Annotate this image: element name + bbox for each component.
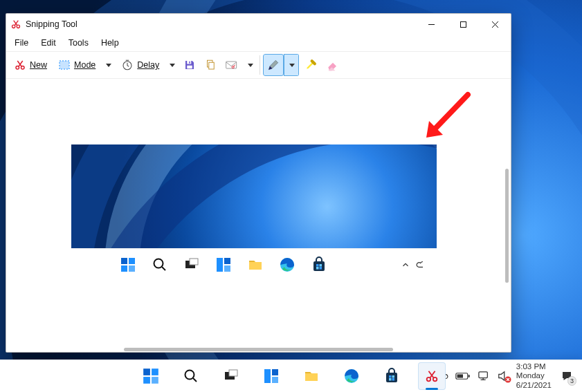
menu-help[interactable]: Help — [96, 36, 125, 50]
menu-tools[interactable]: Tools — [63, 36, 94, 50]
pen-split-button[interactable] — [263, 54, 299, 76]
svg-rect-15 — [121, 258, 127, 264]
svg-rect-50 — [457, 374, 462, 377]
chevron-up-icon — [401, 260, 410, 270]
widgets-button[interactable] — [257, 362, 285, 390]
svg-rect-27 — [316, 264, 319, 267]
edge-button[interactable] — [338, 362, 365, 390]
horizontal-scrollbar[interactable] — [124, 348, 393, 351]
svg-rect-9 — [188, 66, 193, 69]
svg-rect-12 — [209, 62, 215, 69]
file-explorer-button[interactable] — [298, 362, 325, 390]
start-button[interactable] — [137, 362, 165, 390]
svg-rect-32 — [152, 368, 158, 375]
window-title: Snipping Tool — [26, 19, 78, 29]
svg-rect-38 — [264, 369, 271, 383]
battery-tray-icon[interactable] — [455, 371, 471, 381]
svg-rect-52 — [479, 372, 487, 378]
snipping-tool-taskbar-button[interactable] — [418, 362, 446, 390]
notification-badge: 3 — [567, 376, 576, 386]
svg-rect-44 — [392, 375, 394, 378]
envelope-icon — [225, 59, 239, 71]
svg-rect-21 — [190, 259, 198, 265]
svg-rect-28 — [320, 264, 322, 267]
network-tray-icon[interactable] — [478, 371, 490, 382]
svg-rect-31 — [143, 368, 150, 375]
menubar: File Edit Tools Help — [6, 35, 511, 51]
pen-icon — [266, 58, 280, 72]
close-button[interactable] — [479, 14, 511, 35]
delay-button[interactable]: Delay — [116, 54, 164, 76]
toolbar-separator — [260, 55, 260, 75]
svg-rect-42 — [386, 373, 397, 382]
captured-snip — [71, 144, 437, 281]
pen-dropdown[interactable] — [284, 54, 299, 76]
save-button[interactable] — [180, 54, 199, 76]
volume-tray-icon[interactable] — [497, 371, 509, 382]
host-taskbar[interactable]: 3:03 PM Monday 6/21/2021 3 — [0, 360, 582, 392]
start-icon — [120, 256, 136, 273]
svg-point-35 — [185, 371, 194, 380]
delay-dropdown[interactable] — [164, 54, 179, 76]
svg-rect-5 — [60, 61, 69, 69]
clock-date: 6/21/2021 — [516, 381, 552, 390]
taskview-icon — [183, 256, 200, 273]
chevron-down-icon — [248, 64, 253, 67]
clock-time: 3:03 PM — [516, 362, 552, 371]
store-icon — [311, 256, 327, 273]
mode-dropdown[interactable] — [100, 54, 115, 76]
svg-rect-26 — [313, 261, 325, 271]
chevron-down-icon — [106, 64, 111, 67]
vertical-scrollbar[interactable] — [505, 169, 509, 283]
svg-rect-43 — [389, 375, 392, 378]
eraser-button[interactable] — [322, 54, 343, 76]
snip-canvas[interactable] — [6, 79, 511, 352]
minimize-button[interactable] — [415, 14, 447, 35]
widgets-icon — [215, 256, 232, 273]
maximize-button[interactable] — [447, 14, 479, 35]
window-controls — [415, 14, 511, 35]
menu-edit[interactable]: Edit — [35, 36, 62, 50]
titlebar[interactable]: Snipping Tool — [6, 14, 511, 35]
store-button[interactable] — [378, 362, 406, 390]
menu-edit-label: Edit — [41, 38, 56, 48]
snip-inner-taskbar — [71, 248, 437, 281]
chevron-down-icon — [170, 64, 175, 67]
search-button[interactable] — [177, 362, 205, 390]
pen-button[interactable] — [263, 54, 284, 76]
mode-split-button[interactable]: Mode — [53, 54, 115, 76]
delay-split-button[interactable]: Delay — [116, 54, 179, 76]
menu-file[interactable]: File — [9, 36, 34, 50]
file-explorer-icon — [247, 256, 264, 273]
new-label: New — [30, 60, 47, 70]
send-split-button[interactable] — [221, 54, 257, 76]
taskbar-center — [137, 362, 446, 390]
svg-rect-17 — [121, 265, 127, 272]
scissors-icon — [14, 59, 26, 71]
snip-wallpaper — [71, 144, 437, 248]
svg-rect-16 — [129, 258, 135, 264]
highlighter-button[interactable] — [300, 54, 321, 76]
taskview-button[interactable] — [217, 362, 245, 390]
copy-icon — [204, 59, 217, 71]
svg-rect-29 — [316, 267, 319, 270]
delay-label: Delay — [137, 60, 159, 70]
mode-button[interactable]: Mode — [53, 54, 100, 76]
svg-rect-10 — [190, 62, 191, 64]
svg-rect-33 — [143, 377, 150, 384]
copy-button[interactable] — [201, 54, 220, 76]
send-dropdown[interactable] — [242, 54, 257, 76]
svg-point-19 — [154, 259, 163, 268]
svg-rect-30 — [320, 267, 322, 270]
new-snip-button[interactable]: New — [9, 54, 52, 76]
onedrive-icon — [416, 260, 423, 270]
taskbar-clock[interactable]: 3:03 PM Monday 6/21/2021 — [516, 362, 552, 390]
svg-rect-39 — [272, 369, 278, 375]
svg-rect-18 — [129, 265, 135, 272]
svg-rect-23 — [224, 258, 230, 264]
send-button[interactable] — [221, 54, 242, 76]
notifications-button[interactable]: 3 — [558, 368, 575, 384]
svg-rect-22 — [217, 258, 223, 272]
toolbar: New Mode Delay — [6, 51, 511, 79]
mode-label: Mode — [74, 60, 96, 70]
